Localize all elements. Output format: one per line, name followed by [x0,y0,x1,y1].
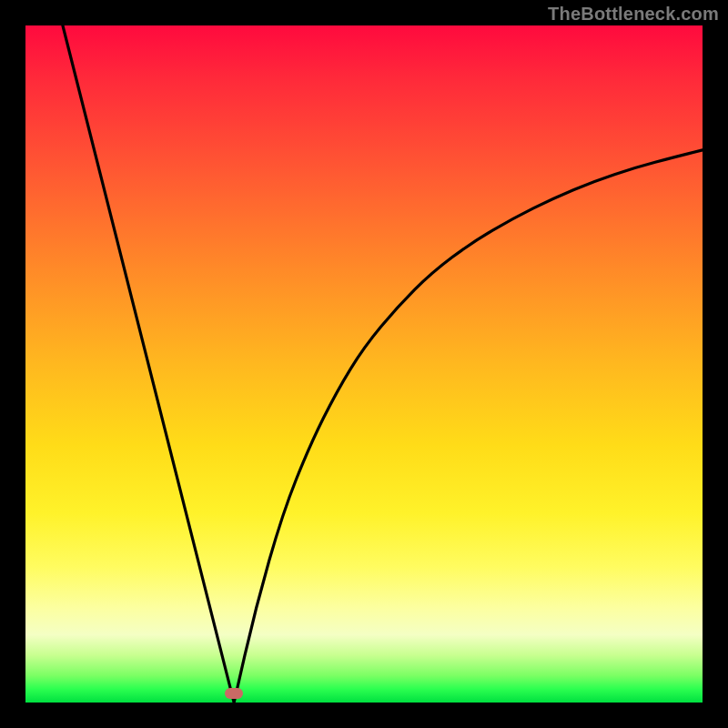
chart-frame: TheBottleneck.com [0,0,728,728]
optimum-marker [225,688,243,699]
curve-path [63,25,703,703]
bottleneck-curve [25,25,703,703]
watermark-text: TheBottleneck.com [548,4,719,25]
plot-area [25,25,703,703]
